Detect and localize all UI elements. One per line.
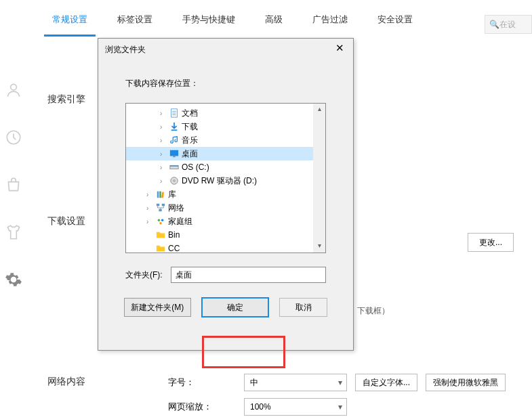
zoom-label: 网页缩放： [168,401,236,413]
person-icon[interactable] [5,81,22,99]
zoom-select[interactable]: 100% [244,398,347,416]
svg-point-19 [158,219,161,222]
tree-item-label: 文档 [182,108,198,119]
dialog-subtitle: 下载内容保存位置： [125,78,326,89]
tree-item-label: Bin [168,230,180,240]
tree-item-label: DVD RW 驱动器 (D:) [182,175,257,187]
folder-label: 文件夹(F): [125,269,163,281]
folder-input-row: 文件夹(F): [125,267,326,283]
dvd-icon [168,175,180,186]
font-size-row: 字号： 中 自定义字体... 强制使用微软雅黑 [168,374,506,391]
chevron-right-icon: › [160,137,168,144]
download-arrow-icon [168,121,180,132]
library-icon [155,189,167,200]
shirt-icon[interactable] [5,223,22,241]
tree-item[interactable]: ›下载 [126,120,313,133]
bag-icon[interactable] [5,176,22,194]
search-placeholder: 在设 [499,19,516,30]
tree-item-label: CC [168,244,180,253]
chevron-right-icon: › [146,204,155,212]
drive-icon [168,162,180,173]
ok-button[interactable]: 确定 [202,298,269,317]
tab-advanced[interactable]: 高级 [250,1,298,37]
tab-gestures[interactable]: 手势与快捷键 [167,1,250,37]
tree-item[interactable]: ›DVD RW 驱动器 (D:) [126,174,313,188]
svg-point-12 [173,180,176,182]
tab-tabs[interactable]: 标签设置 [102,1,167,37]
svg-rect-7 [170,150,178,156]
tab-security[interactable]: 安全设置 [363,1,428,37]
tree-item[interactable]: ›文档 [126,106,313,120]
tree-item[interactable]: ›库 [126,188,313,201]
folder-icon [155,243,167,253]
close-icon[interactable]: ✕ [326,39,353,60]
svg-rect-17 [162,204,165,206]
svg-rect-10 [170,165,178,167]
section-search-engine: 搜索引擎 [47,93,85,106]
chevron-right-icon: › [146,218,155,225]
clock-icon[interactable] [5,129,22,146]
dialog-title: 浏览文件夹 [105,44,146,56]
dialog-titlebar: 浏览文件夹 ✕ [98,39,353,60]
browse-folder-dialog: 浏览文件夹 ✕ 下载内容保存位置： ›文档›下载›音乐›桌面›OS (C:)›D… [98,38,354,351]
folder-icon [155,229,167,240]
font-size-label: 字号： [168,376,236,389]
tab-general[interactable]: 常规设置 [37,1,102,37]
tree-item[interactable]: ›桌面 [126,147,313,160]
chevron-right-icon: › [146,191,155,198]
tree-item-label: 网络 [168,202,184,214]
chevron-right-icon: › [160,150,168,158]
svg-rect-16 [157,204,159,206]
svg-rect-13 [157,192,159,198]
search-icon: 🔍 [489,20,499,29]
tree-item-label: 家庭组 [168,216,192,227]
tree-item[interactable]: Bin [126,228,313,242]
tree-item-label: 库 [168,189,176,200]
settings-search[interactable]: 🔍 在设 [485,15,532,34]
scroll-down-icon[interactable]: ▾ [313,240,325,253]
dialog-buttons: 新建文件夹(M) 确定 取消 [124,298,327,317]
zoom-row: 网页缩放： 100% [168,398,347,416]
svg-point-20 [161,219,164,222]
svg-rect-18 [159,209,161,212]
section-download: 下载设置 [47,215,85,227]
tree-item-label: OS (C:) [182,162,209,172]
homegroup-icon [155,216,167,227]
tab-adblock[interactable]: 广告过滤 [298,1,363,37]
tree-item[interactable]: ›OS (C:) [126,160,313,174]
tree-item[interactable]: ›家庭组 [126,215,313,228]
svg-point-21 [159,222,162,225]
change-button[interactable]: 更改... [468,233,514,252]
new-folder-button[interactable]: 新建文件夹(M) [124,298,191,317]
scrollbar[interactable]: ▴ ▾ [313,104,325,253]
tree-item[interactable]: ›音乐 [126,133,313,147]
tree-item-label: 音乐 [182,135,198,146]
font-size-select[interactable]: 中 [244,374,347,391]
svg-rect-14 [159,192,161,198]
svg-rect-8 [173,156,176,158]
chevron-right-icon: › [160,110,168,117]
folder-input[interactable] [171,267,326,283]
left-sidebar [0,81,27,288]
chevron-right-icon: › [160,177,168,185]
folder-tree: ›文档›下载›音乐›桌面›OS (C:)›DVD RW 驱动器 (D:)›库›网… [125,103,326,253]
chevron-right-icon: › [160,123,168,131]
svg-point-0 [11,84,17,90]
tree-item[interactable]: CC [126,242,313,253]
download-frame-hint: 下载框） [357,305,390,317]
force-font-button[interactable]: 强制使用微软雅黑 [426,374,506,391]
desktop-icon [168,148,180,159]
settings-tabs: 常规设置 标签设置 手势与快捷键 高级 广告过滤 安全设置 [0,0,532,38]
chevron-right-icon: › [160,164,168,171]
scroll-up-icon[interactable]: ▴ [313,104,325,116]
custom-font-button[interactable]: 自定义字体... [355,374,417,391]
music-icon [168,135,180,146]
document-icon [168,108,180,118]
network-icon [155,202,167,213]
section-network: 网络内容 [47,376,85,388]
svg-rect-15 [161,192,164,198]
gear-icon[interactable] [5,271,22,288]
tree-item-label: 下载 [182,121,198,133]
tree-item[interactable]: ›网络 [126,201,313,215]
cancel-button[interactable]: 取消 [279,298,327,317]
